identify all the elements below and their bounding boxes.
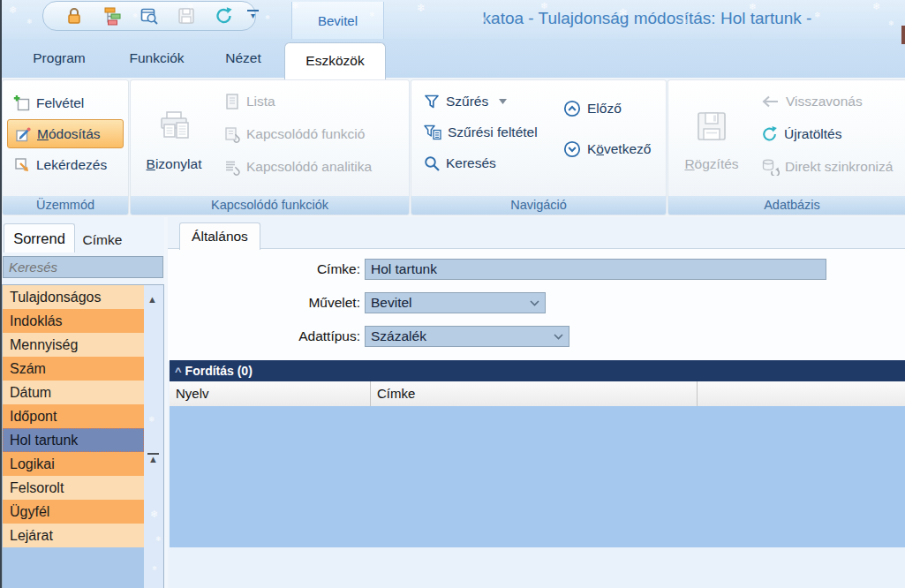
group-title-navigacio: Navigáció	[411, 196, 666, 215]
chevron-down-icon	[530, 300, 539, 306]
sidebar: Sorrend Címke TulajdonságosIndoklásMenny…	[0, 217, 164, 588]
sidebar-tab-sorrend[interactable]: Sorrend	[4, 223, 75, 253]
group-kapcsolodo-funkciok: Bizonylat Lista	[130, 79, 410, 215]
translation-table-empty-body[interactable]	[170, 406, 905, 547]
sidebar-tab-cimke[interactable]: Címke	[75, 228, 130, 252]
forditas-section-header[interactable]: ^ Fordítás (0)	[170, 360, 905, 381]
list-item[interactable]: Indoklás	[3, 309, 144, 333]
edit-record-icon	[14, 125, 32, 143]
translation-table-header: Nyelv Címke	[170, 381, 905, 407]
kapcsolodo-analitika-button[interactable]: Kapcsolódó analitika	[217, 153, 378, 180]
save-button-disabled[interactable]	[173, 4, 200, 28]
scroll-to-top-icon[interactable]: ▲	[147, 453, 159, 464]
add-record-icon	[13, 94, 31, 112]
kereses-button[interactable]: Keresés	[417, 149, 556, 177]
sidebar-search-input[interactable]	[3, 256, 163, 278]
property-list: TulajdonságosIndoklásMennyiségSzámDátumI…	[3, 285, 144, 547]
next-circle-down-icon	[562, 139, 582, 159]
tab-altalanos[interactable]: Általános	[179, 222, 260, 250]
group-title-kapcsolodo: Kapcsolódó funkciók	[131, 196, 409, 215]
hierarchy-icon	[102, 6, 122, 26]
database-sync-icon	[761, 158, 780, 176]
group-title-uzemmod: Üzemmód	[3, 196, 128, 215]
list-item[interactable]: Szám	[3, 357, 144, 381]
adattipus-dropdown[interactable]: Százalék	[365, 326, 569, 347]
tab-nezet[interactable]: Nézet	[215, 39, 272, 78]
felvetel-button[interactable]: Felvétel	[7, 89, 124, 117]
printer-icon	[157, 110, 191, 142]
reload-icon	[761, 125, 779, 143]
save-icon	[177, 6, 196, 26]
refresh-button[interactable]	[211, 4, 238, 28]
lista-button[interactable]: Lista	[217, 87, 378, 115]
filter-icon	[423, 93, 441, 110]
list-item[interactable]: Lejárat	[3, 524, 144, 547]
ribbon: Felvétel Módosítás	[0, 78, 905, 218]
list-item[interactable]: Logikai	[3, 452, 144, 476]
cimke-text-input[interactable]: Hol tartunk	[365, 259, 826, 280]
column-header-nyelv[interactable]: Nyelv	[170, 381, 371, 406]
tab-program[interactable]: Program	[19, 39, 99, 78]
group-adatbazis: Rögzítés Visszavonás Újratöl	[667, 79, 905, 215]
tab-eszkozok-active[interactable]: Eszközök	[284, 42, 386, 79]
list-document-icon	[223, 93, 241, 110]
group-uzemmod: Felvétel Módosítás	[2, 79, 129, 215]
panel-footer-area	[170, 547, 905, 588]
filter-criteria-icon	[423, 124, 442, 141]
modositas-button-selected[interactable]: Módosítás	[7, 119, 124, 148]
chevron-down-icon	[554, 334, 563, 340]
list-scrollbar[interactable]: ▲ ▲	[144, 285, 163, 588]
property-listbox: TulajdonságosIndoklásMennyiségSzámDátumI…	[2, 284, 164, 588]
group-title-adatbazis: Adatbázis	[668, 196, 905, 215]
list-item[interactable]: Mennyiség	[3, 333, 144, 357]
preview-window-button[interactable]	[136, 4, 162, 28]
ribbon-tab-row: Program Funkciók Nézet Eszközök	[0, 39, 905, 78]
kovetkezo-button[interactable]: Következő	[556, 135, 657, 162]
lock-button[interactable]	[61, 4, 87, 28]
save-floppy-icon	[696, 110, 728, 142]
rogzites-button[interactable]: Rögzítés	[668, 80, 755, 193]
list-item[interactable]: Tulajdonságos	[3, 285, 144, 309]
related-function-icon	[223, 125, 241, 143]
hierarchy-button[interactable]	[99, 4, 125, 28]
preview-window-icon	[140, 6, 159, 26]
quick-access-toolbar	[42, 1, 256, 31]
field-label-adattipus: Adattípus:	[168, 328, 365, 344]
elozo-button[interactable]: Előző	[556, 94, 657, 122]
direkt-szinkronizalas-button[interactable]: Direkt szinkronizá	[755, 153, 899, 180]
lekerdezes-button[interactable]: Lekérdezés	[7, 151, 124, 178]
bizonylat-button[interactable]: Bizonylat	[131, 80, 217, 193]
undo-arrow-icon	[761, 93, 781, 110]
list-item[interactable]: Dátum	[3, 381, 144, 404]
main-panel: Általános Címke: Hol tartunk Művelet: Be…	[168, 217, 905, 588]
collapse-caret-icon[interactable]: ^	[175, 365, 182, 378]
column-header-empty	[698, 381, 905, 406]
previous-circle-up-icon	[562, 99, 582, 118]
document-tab-bevitel[interactable]: Bevitel	[291, 2, 384, 39]
ujratoltes-button[interactable]: Újratöltés	[755, 120, 899, 147]
szures-button[interactable]: Szűrés	[417, 87, 556, 115]
qat-more-commands-icon[interactable]: ▾	[247, 10, 259, 20]
screen-edge-artifact	[901, 26, 905, 44]
application-window: ▾ Bevitel katoa - Tulajdonság módosítás:…	[0, 0, 905, 588]
kapcsolodo-funkcio-button[interactable]: Kapcsolódó funkció	[217, 120, 378, 147]
related-analytics-icon	[223, 158, 241, 176]
title-bar: ▾ Bevitel katoa - Tulajdonság módosítás:…	[0, 0, 905, 40]
list-item[interactable]: Időpont	[3, 404, 144, 428]
muvelet-dropdown[interactable]: Bevitel	[365, 292, 546, 313]
search-icon	[423, 155, 441, 172]
scroll-up-icon[interactable]: ▲	[147, 294, 157, 305]
column-header-cimke[interactable]: Címke	[371, 381, 698, 406]
visszavonas-button[interactable]: Visszavonás	[755, 87, 899, 115]
list-item[interactable]: Hol tartunk	[3, 428, 144, 452]
list-item[interactable]: Felsorolt	[3, 476, 144, 500]
refresh-icon	[215, 6, 234, 26]
general-form: Címke: Hol tartunk Művelet: Bevitel Adat…	[168, 248, 905, 361]
szuresi-feltetel-button[interactable]: Szűrési feltétel	[417, 118, 556, 146]
lock-icon	[64, 6, 84, 26]
window-left-border	[0, 0, 2, 588]
field-label-cimke: Címke:	[168, 261, 365, 277]
list-item[interactable]: Ügyfél	[3, 500, 144, 524]
tab-funkciok[interactable]: Funkciók	[115, 39, 199, 78]
field-label-muvelet: Művelet:	[168, 295, 365, 311]
